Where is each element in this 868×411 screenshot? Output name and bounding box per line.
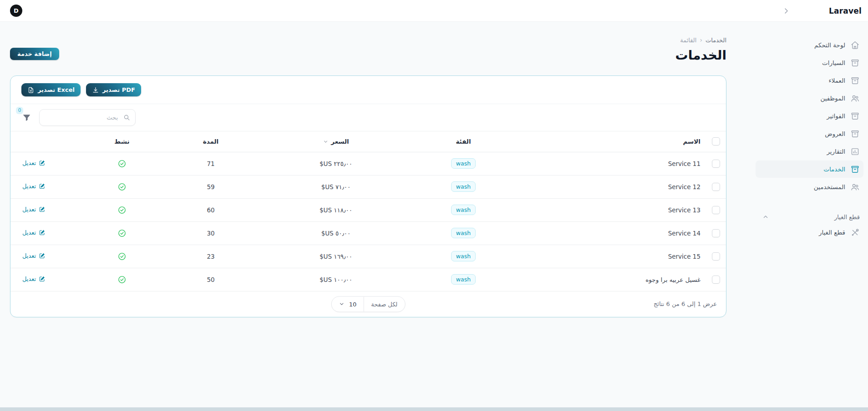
check-circle-icon: [117, 275, 127, 284]
archive-box-icon: [850, 76, 860, 85]
category-badge: wash: [451, 158, 476, 169]
service-price: $US ٢٢٥٫٠٠: [320, 160, 352, 167]
service-duration: 23: [156, 245, 265, 268]
sidebar-item-dashboard[interactable]: لوحة التحكم: [756, 36, 863, 54]
export-pdf-button[interactable]: تصدير PDF: [86, 83, 141, 96]
column-header-actions: [10, 131, 88, 152]
wrench-screwdriver-icon: [850, 228, 860, 237]
column-header-name: الاسم: [520, 131, 706, 152]
export-excel-button[interactable]: تصدير Excel: [21, 83, 81, 96]
sidebar-item-label: الخدمات: [823, 165, 845, 173]
per-page-value: 10: [349, 301, 357, 307]
card-toolbar: تصدير PDF تصدير Excel: [10, 76, 726, 104]
pencil-square-icon: [39, 229, 46, 236]
sidebar-item-label: التقارير: [827, 148, 845, 155]
sidebar-item-clients[interactable]: العملاء: [756, 72, 863, 89]
service-price: $US ١٦٩٫٠٠: [320, 253, 352, 260]
sidebar-item-label: السيارات: [822, 59, 845, 66]
service-price: $US ١٠٠٫٠٠: [320, 276, 352, 283]
edit-link[interactable]: تعديل: [22, 229, 46, 236]
column-header-active: نشط: [88, 131, 156, 152]
row-checkbox[interactable]: [712, 252, 720, 261]
row-checkbox[interactable]: [712, 183, 720, 191]
archive-box-icon: [850, 111, 860, 121]
sidebar-item-label: العملاء: [828, 77, 845, 84]
category-badge: wash: [451, 205, 476, 215]
select-all-checkbox[interactable]: [712, 137, 720, 145]
row-checkbox[interactable]: [712, 160, 720, 168]
service-duration: 71: [156, 152, 265, 175]
bar-chart-icon: [850, 147, 860, 156]
pencil-square-icon: [39, 252, 46, 259]
sidebar-item-reports[interactable]: التقارير: [756, 143, 863, 160]
row-checkbox[interactable]: [712, 206, 720, 214]
check-circle-icon: [117, 252, 127, 261]
filter-row: 0: [10, 104, 726, 131]
sidebar-item-label: الفواتير: [827, 112, 845, 120]
column-header-category: الفئة: [406, 131, 520, 152]
pencil-square-icon: [39, 183, 46, 190]
sidebar-item-invoices[interactable]: الفواتير: [756, 107, 863, 125]
sidebar: لوحة التحكم السيارات العملاء الموظفين ال…: [746, 22, 868, 407]
edit-link[interactable]: تعديل: [22, 183, 46, 190]
breadcrumb-services-link[interactable]: الخدمات: [706, 37, 726, 44]
user-avatar[interactable]: D: [10, 5, 22, 17]
sidebar-item-cars[interactable]: السيارات: [756, 54, 863, 71]
edit-link[interactable]: تعديل: [22, 276, 46, 282]
users-icon: [850, 94, 860, 103]
sidebar-item-employees[interactable]: الموظفين: [756, 90, 863, 107]
search-input[interactable]: [39, 109, 136, 126]
sidebar-group-spare-parts[interactable]: قطع الغيار: [756, 210, 863, 224]
per-page-label: لكل صفحة: [364, 296, 405, 311]
sidebar-nav: لوحة التحكم السيارات العملاء الموظفين ال…: [756, 36, 863, 241]
layout: لوحة التحكم السيارات العملاء الموظفين ال…: [0, 22, 868, 407]
filter-count-badge: 0: [16, 107, 23, 114]
per-page-select[interactable]: لكل صفحة 10: [331, 296, 406, 312]
services-table: الاسم الفئة السعر المدة نشط: [10, 131, 726, 291]
edit-link[interactable]: تعديل: [22, 160, 46, 166]
sidebar-item-spare-parts[interactable]: قطع الغيار: [756, 224, 863, 241]
service-price: $US ٥٠٫٠٠: [321, 230, 351, 237]
table-row: غسيل عربيه برا وجوه wash $US ١٠٠٫٠٠ 50 ت…: [10, 268, 726, 291]
sidebar-item-services[interactable]: الخدمات: [756, 160, 863, 178]
edit-link[interactable]: تعديل: [22, 206, 46, 213]
document-download-icon: [27, 86, 35, 94]
row-checkbox[interactable]: [712, 229, 720, 237]
category-badge: wash: [451, 181, 476, 192]
service-name: Service 14: [520, 221, 706, 245]
column-header-price-sort[interactable]: السعر: [323, 138, 349, 145]
chevron-down-icon: [339, 301, 345, 307]
page-header: الخدمات ‹ القائمة الخدمات إضافة خدمة: [10, 36, 726, 63]
service-duration: 30: [156, 221, 265, 245]
service-name: Service 13: [520, 198, 706, 221]
service-price: $US ٧١٫٠٠: [321, 183, 351, 190]
topbar-right-section: Laravel: [746, 5, 868, 16]
column-header-duration: المدة: [156, 131, 265, 152]
sidebar-item-label: الموظفين: [820, 95, 845, 102]
edit-link[interactable]: تعديل: [22, 252, 46, 259]
chevron-right-icon: [782, 7, 790, 15]
check-circle-icon: [117, 206, 127, 215]
sidebar-item-label: المستخدمين: [814, 183, 845, 190]
filter-button[interactable]: 0: [21, 112, 32, 123]
pencil-square-icon: [39, 206, 46, 213]
row-checkbox[interactable]: [712, 276, 720, 284]
archive-box-icon: [850, 129, 860, 139]
download-icon: [92, 86, 99, 94]
brand-logo[interactable]: Laravel: [829, 6, 862, 15]
chevron-down-icon: [323, 139, 329, 145]
pencil-square-icon: [39, 276, 46, 282]
category-badge: wash: [451, 251, 476, 261]
search-wrap: [39, 109, 136, 126]
sidebar-item-offers[interactable]: العروض: [756, 125, 863, 142]
add-service-button[interactable]: إضافة خدمة: [10, 48, 59, 60]
check-circle-icon: [117, 159, 127, 168]
users-icon: [850, 182, 860, 192]
sidebar-item-users[interactable]: المستخدمين: [756, 178, 863, 195]
sidebar-collapse-button[interactable]: [781, 5, 792, 16]
service-duration: 59: [156, 175, 265, 198]
table-footer: عرض 1 إلى 6 من 6 نتائج لكل صفحة 10: [10, 291, 726, 317]
service-duration: 50: [156, 268, 265, 291]
check-circle-icon: [117, 182, 127, 191]
breadcrumb: الخدمات ‹ القائمة: [675, 36, 726, 44]
